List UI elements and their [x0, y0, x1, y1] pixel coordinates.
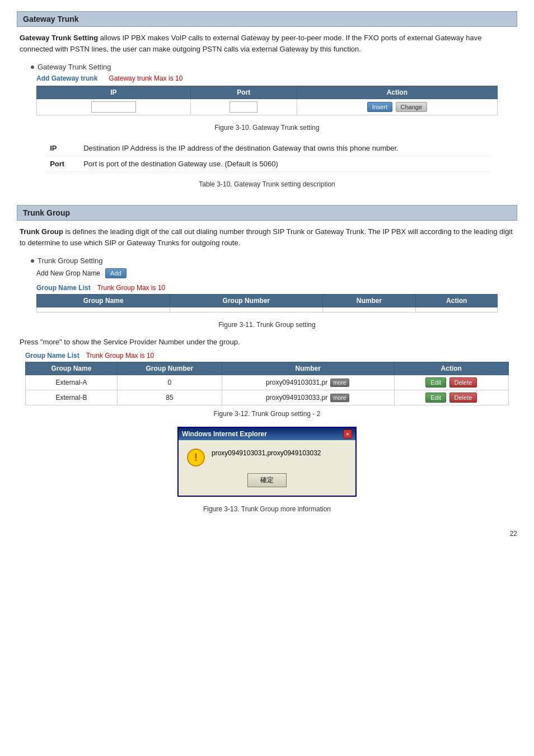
- col-group-number: Group Number: [170, 295, 322, 307]
- table-row: [37, 307, 498, 312]
- trunk-group-bullet-label: Trunk Group Setting: [31, 256, 503, 265]
- group-list-header-2: Group Name List Trunk Group Max is 10: [25, 352, 509, 360]
- gateway-trunk-intro-bold: Gateway Trunk Setting: [20, 34, 98, 42]
- gateway-trunk-title: Gateway Trunk: [23, 15, 79, 24]
- table-3-10-caption: Table 3-10. Gateway Trunk setting descri…: [20, 180, 514, 188]
- ip-cell: [37, 99, 191, 115]
- edit-button[interactable]: Edit: [425, 377, 446, 388]
- trunk-group-bullet: Trunk Group Setting Add New Grop Name Ad…: [31, 256, 503, 312]
- figure-3-12-caption: Figure 3-12. Trunk Group setting - 2: [20, 410, 514, 418]
- win-content-row: ! proxy0949103031,proxy0949103032: [187, 449, 347, 466]
- add-new-group-row: Add New Grop Name Add: [36, 268, 498, 278]
- trunk-group-title: Trunk Group: [23, 208, 70, 217]
- gateway-trunk-table-header-row: IP Port Action: [37, 86, 498, 99]
- group-number-cell: 85: [117, 390, 222, 405]
- col2-group-number: Group Number: [117, 362, 222, 375]
- win-message: proxy0949103031,proxy0949103032: [212, 449, 321, 458]
- trunk-group-table-container: Add New Grop Name Add Group Name List Tr…: [36, 268, 498, 312]
- insert-button[interactable]: Insert: [367, 102, 393, 112]
- win-ok-button[interactable]: 確定: [247, 473, 287, 487]
- press-more-text: Press "more" to show the Service Provide…: [20, 338, 514, 346]
- add-new-group-label: Add New Grop Name: [36, 269, 100, 277]
- trunk-group-table2-header-row: Group Name Group Number Number Action: [26, 362, 509, 375]
- gateway-trunk-body: Gateway Trunk Setting allows IP PBX make…: [17, 32, 517, 188]
- win-dialog: Windows Internet Explorer × ! proxy09491…: [177, 427, 357, 497]
- bullet-dot-icon: [31, 66, 34, 69]
- warning-symbol: !: [194, 452, 198, 464]
- edit-button[interactable]: Edit: [425, 393, 446, 403]
- win-title-text: Windows Internet Explorer: [182, 430, 267, 438]
- col2-action: Action: [394, 362, 508, 375]
- port-cell: [190, 99, 297, 115]
- trunk-group-table: Group Name Group Number Number Action: [36, 294, 498, 312]
- figure-3-10-caption: Figure 3-10. Gateway Trunk setting: [20, 124, 514, 132]
- group-name-section: Group Name List Trunk Group Max is 10 Gr…: [36, 284, 498, 312]
- empty-action: [416, 307, 498, 312]
- gateway-trunk-bullet: Gateway Trunk Setting Add Gateway trunk …: [31, 63, 503, 115]
- trunk-group-header: Trunk Group: [17, 205, 517, 221]
- action-cell: Edit Delete: [394, 390, 508, 405]
- delete-button[interactable]: Delete: [449, 377, 477, 388]
- desc-term-port: Port: [44, 156, 78, 172]
- group-name-cell: External-B: [26, 390, 118, 405]
- empty-number: [322, 307, 416, 312]
- table-row: External-A 0 proxy0949103031,pr more Edi…: [26, 375, 509, 390]
- col2-group-name: Group Name: [26, 362, 118, 375]
- trunk-group-intro: Trunk Group is defines the leading digit…: [20, 226, 514, 248]
- col-action: Action: [416, 295, 498, 307]
- group-name-list-label-2: Group Name List: [25, 352, 79, 360]
- trunk-group-table-2: Group Name Group Number Number Action Ex…: [25, 362, 509, 405]
- desc-term-ip: IP: [44, 141, 78, 156]
- trunk-group-intro-text: is defines the leading digit of the call…: [20, 227, 513, 247]
- group-number-cell: 0: [117, 375, 222, 390]
- gateway-trunk-table-container: Add Gateway trunk Gateway trunk Max is 1…: [36, 74, 498, 115]
- trunk-group-table-header-row: Group Name Group Number Number Action: [37, 295, 498, 307]
- warning-icon: !: [187, 449, 205, 466]
- desc-def-port: Port is port of the destination Gateway …: [78, 156, 490, 172]
- figure-3-11-caption: Figure 3-11. Trunk Group setting: [20, 321, 514, 329]
- group-list-header: Group Name List Trunk Group Max is 10: [36, 284, 498, 292]
- empty-group-name: [37, 307, 170, 312]
- page-number: 22: [17, 530, 517, 538]
- gateway-trunk-section: Gateway Trunk Gateway Trunk Setting allo…: [17, 11, 517, 188]
- more-button[interactable]: more: [330, 394, 350, 402]
- action-cell: Edit Delete: [394, 375, 508, 390]
- desc-row-port: Port Port is port of the destination Gat…: [44, 156, 490, 172]
- ip-input[interactable]: [91, 101, 136, 113]
- desc-row-ip: IP Destination IP Address is the IP addr…: [44, 141, 490, 156]
- empty-group-number: [170, 307, 322, 312]
- win-body: ! proxy0949103031,proxy0949103032 確定: [179, 440, 355, 496]
- group-name-list-label: Group Name List: [36, 284, 91, 292]
- col-port: Port: [190, 86, 297, 99]
- col2-number: Number: [222, 362, 394, 375]
- gateway-trunk-intro: Gateway Trunk Setting allows IP PBX make…: [20, 32, 514, 54]
- col-group-name: Group Name: [37, 295, 170, 307]
- win-title-bar: Windows Internet Explorer ×: [179, 428, 355, 440]
- trunk-group-max-label-2: Trunk Group Max is 10: [86, 352, 154, 360]
- desc-def-ip: Destination IP Address is the IP address…: [78, 141, 490, 156]
- win-close-button[interactable]: ×: [343, 430, 352, 438]
- delete-button[interactable]: Delete: [449, 393, 477, 403]
- gateway-trunk-bullet-text: Gateway Trunk Setting: [38, 63, 111, 71]
- action-cell: Insert Change: [297, 99, 497, 115]
- trunk-group-section: Trunk Group Trunk Group is defines the l…: [17, 205, 517, 513]
- trunk-group-max-label: Trunk Group Max is 10: [97, 284, 166, 292]
- gateway-trunk-max-label: Gateway trunk Max is 10: [109, 74, 182, 82]
- more-button[interactable]: more: [330, 379, 350, 387]
- col-number: Number: [322, 295, 416, 307]
- gateway-trunk-header: Gateway Trunk: [17, 11, 517, 27]
- number-cell: proxy0949103031,pr more: [222, 375, 394, 390]
- trunk-group-body: Trunk Group is defines the leading digit…: [17, 226, 517, 513]
- trunk-group-table2-container: Group Name List Trunk Group Max is 10 Gr…: [25, 352, 509, 405]
- add-group-button[interactable]: Add: [105, 268, 127, 278]
- dialog-container: Windows Internet Explorer × ! proxy09491…: [20, 427, 514, 497]
- trunk-group-intro-bold: Trunk Group: [20, 227, 63, 236]
- gateway-trunk-desc-table: IP Destination IP Address is the IP addr…: [44, 141, 490, 172]
- change-button[interactable]: Change: [396, 102, 428, 112]
- group-name-cell: External-A: [26, 375, 118, 390]
- number-cell: proxy0949103033,pr more: [222, 390, 394, 405]
- port-input[interactable]: [229, 101, 257, 113]
- figure-3-13-caption: Figure 3-13. Trunk Group more informatio…: [20, 505, 514, 513]
- trunk-group-bullet-text: Trunk Group Setting: [38, 256, 103, 265]
- add-gateway-trunk-link[interactable]: Add Gateway trunk: [36, 74, 97, 82]
